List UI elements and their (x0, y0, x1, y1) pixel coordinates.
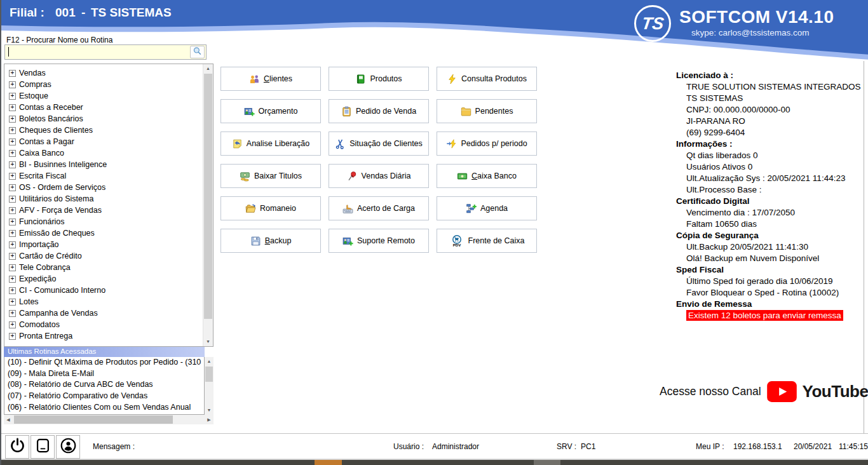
tree-item[interactable]: +Cheques de Clientes (4, 125, 202, 136)
tree-item[interactable]: +Compras (4, 79, 202, 90)
scroll-up-icon[interactable]: ▲ (203, 64, 213, 73)
recent-routine-item[interactable]: (08) - Relatório de Curva ABC de Vendas (4, 379, 204, 391)
tree-expand-icon[interactable]: + (9, 196, 16, 203)
tree-list: +Vendas+Compras+Estoque+Contas a Receber… (4, 67, 202, 346)
recent-routine-item[interactable]: (10) - Definir Qt Máxima de Produtos por… (4, 357, 204, 368)
tree-item[interactable]: +Lotes (4, 296, 202, 307)
tree-item[interactable]: +Campanha de Vendas (4, 307, 202, 319)
tree-expand-icon[interactable]: + (9, 116, 16, 123)
srv-label: SRV : (557, 442, 576, 451)
shortcut-clientes[interactable]: Clientes (220, 67, 321, 91)
scroll-up-icon[interactable]: ▲ (205, 357, 214, 366)
tree-item[interactable]: +Tele Cobrança (4, 262, 202, 273)
tree-expand-icon[interactable]: + (9, 276, 16, 283)
shortcut-pedidos-p-periodo[interactable]: Pedidos p/ periodo (437, 131, 537, 156)
tree-item-label: Emissão de Cheques (19, 229, 95, 238)
tree-item[interactable]: +Vendas (4, 67, 202, 79)
minimize-button[interactable] (31, 435, 55, 459)
panel-divider (864, 61, 864, 433)
scroll-right-icon[interactable]: ▶ (205, 415, 214, 424)
tree-item[interactable]: +Estoque (4, 90, 202, 102)
tree-expand-icon[interactable]: + (9, 333, 16, 340)
tree-item[interactable]: +OS - Ordem de Serviços (4, 182, 202, 193)
tree-expand-icon[interactable]: + (9, 127, 16, 134)
scroll-down-icon[interactable]: ▼ (203, 337, 213, 346)
recent-hscrollbar[interactable]: ◀ ▶ (4, 415, 214, 424)
shortcut-orcamento[interactable]: Orçamento (220, 99, 321, 123)
tree-expand-icon[interactable]: + (9, 173, 16, 180)
tree-item[interactable]: +Contas a Receber (4, 102, 202, 113)
tree-expand-icon[interactable]: + (9, 161, 16, 168)
tree-item[interactable]: +BI - Businnes Inteligence (4, 159, 202, 170)
tree-item[interactable]: +Contas a Pagar (4, 136, 202, 147)
shortcut-backup[interactable]: Backup (220, 229, 321, 253)
tree-scrollbar[interactable]: ▲ ▼ (203, 64, 213, 346)
tree-item[interactable]: +AFV - Força de Vendas (4, 205, 202, 216)
tree-expand-icon[interactable]: + (9, 184, 16, 191)
search-button[interactable] (190, 46, 205, 58)
recent-scroll-thumb[interactable] (205, 367, 213, 382)
shortcut-consulta-produtos[interactable]: Consulta Produtos (437, 67, 537, 91)
recent-routine-item[interactable]: (06) - Relatório Clientes Com ou Sem Ven… (4, 402, 204, 414)
shortcut-pedido-de-venda[interactable]: Pedido de Venda (329, 99, 429, 123)
info-line: Ult.Processo Base : (676, 184, 864, 196)
shortcut-situacao-de-clientes[interactable]: Situação de Clientes (329, 131, 429, 156)
scroll-left-icon[interactable]: ◀ (4, 415, 13, 424)
recent-routine-item[interactable]: (07) - Relatório Comparativo de Vendas (4, 391, 204, 402)
shortcut-analise-liberacao[interactable]: Analise Liberação (220, 131, 321, 156)
shortcut-pendentes[interactable]: Pendentes (437, 99, 537, 123)
shortcut-acerto-de-carga[interactable]: Acerto de Carga (329, 196, 429, 220)
filial-dash: - (81, 6, 85, 20)
shortcut-agenda[interactable]: Agenda (437, 196, 537, 220)
tree-item[interactable]: +Expedição (4, 273, 202, 285)
tree-item[interactable]: +Comodatos (4, 319, 202, 330)
user-button[interactable] (56, 435, 80, 459)
tree-scroll-thumb[interactable] (204, 74, 212, 319)
tree-expand-icon[interactable]: + (9, 253, 16, 260)
shortcut-caixa-banco[interactable]: Caixa Banco (437, 164, 537, 188)
shortcut-label: Analise Liberação (247, 139, 309, 148)
tree-expand-icon[interactable]: + (9, 299, 16, 306)
shortcut-suporte-remoto[interactable]: Suporte Remoto (329, 229, 429, 253)
tree-item[interactable]: +CI - Comunicado Interno (4, 285, 202, 296)
tree-expand-icon[interactable]: + (9, 150, 16, 157)
tree-expand-icon[interactable]: + (9, 310, 16, 317)
ts-logo: TS (634, 5, 671, 42)
tree-item[interactable]: +Cartão de Crédito (4, 250, 202, 262)
info-heading: Cópia de Segurança (676, 230, 864, 241)
tree-expand-icon[interactable]: + (9, 93, 16, 100)
tree-expand-icon[interactable]: + (9, 287, 16, 294)
tree-expand-icon[interactable]: + (9, 230, 16, 237)
recent-scrollbar[interactable]: ▲ ▼ (205, 357, 214, 415)
shortcut-produtos[interactable]: Produtos (329, 67, 429, 91)
tree-expand-icon[interactable]: + (9, 241, 16, 248)
tree-item[interactable]: +Funcionários (4, 216, 202, 227)
scroll-down-icon[interactable]: ▼ (205, 406, 214, 415)
tree-item[interactable]: +Emissão de Cheques (4, 227, 202, 239)
tree-item[interactable]: +Escrita Fiscal (4, 170, 202, 182)
tree-expand-icon[interactable]: + (9, 264, 16, 271)
youtube-banner[interactable]: Acesse nosso Canal YouTube (660, 381, 868, 402)
tree-item[interactable]: +Importação (4, 239, 202, 250)
shortcut-frente-de-caixa[interactable]: PDVFrente de Caixa (437, 229, 537, 253)
tree-expand-icon[interactable]: + (9, 207, 16, 214)
tree-item[interactable]: +Caixa Banco (4, 147, 202, 159)
tree-item[interactable]: +Pronta Entrega (4, 330, 202, 342)
shortcut-romaneio[interactable]: Romaneio (220, 196, 321, 220)
shortcut-label: Consulta Produtos (461, 74, 527, 83)
tree-expand-icon[interactable]: + (9, 219, 16, 226)
tree-expand-icon[interactable]: + (9, 70, 16, 77)
shortcut-vendas-diaria[interactable]: Vendas Diária (329, 164, 429, 188)
search-input[interactable] (4, 44, 207, 60)
tree-expand-icon[interactable]: + (9, 138, 16, 145)
tree-item[interactable]: +Utilitários do Sistema (4, 193, 202, 205)
tree-item-label: Pronta Entrega (19, 332, 72, 340)
recent-routine-item[interactable]: (09) - Mala Direta E-Mail (4, 368, 204, 380)
tree-expand-icon[interactable]: + (9, 321, 16, 328)
tree-expand-icon[interactable]: + (9, 104, 16, 111)
tree-expand-icon[interactable]: + (9, 81, 16, 88)
tree-item[interactable]: +Boletos Bancários (4, 113, 202, 125)
exit-button[interactable] (5, 435, 29, 459)
recent-hscroll-thumb[interactable] (14, 415, 173, 424)
shortcut-baixar-titulos[interactable]: Baixar Titulos (220, 164, 321, 188)
